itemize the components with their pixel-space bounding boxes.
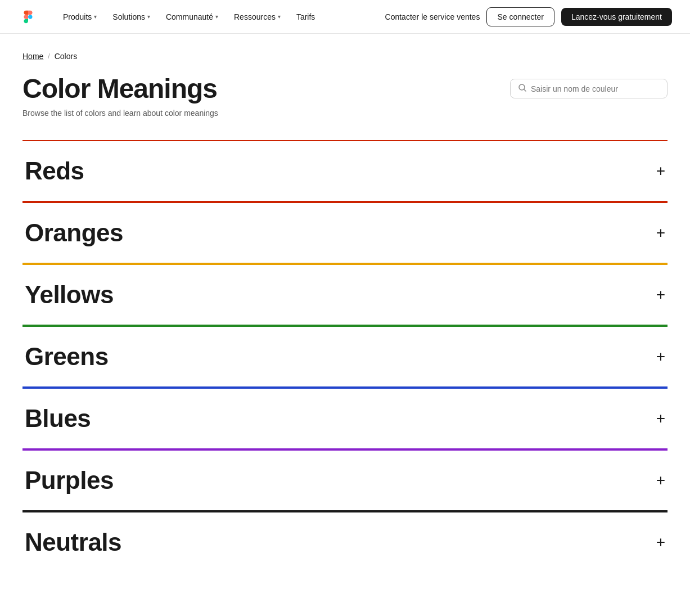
search-input[interactable] <box>531 84 659 93</box>
login-button[interactable]: Se connecter <box>486 7 554 26</box>
search-icon <box>518 84 526 93</box>
color-section-neutrals: Neutrals+ <box>22 511 668 573</box>
breadcrumb-home[interactable]: Home <box>22 52 43 61</box>
color-section-label: Blues <box>25 404 91 433</box>
color-section-label: Purples <box>25 466 114 494</box>
color-section-label: Yellows <box>25 281 114 309</box>
page-title: Color Meanings <box>22 74 218 104</box>
navbar: Produits ▾ Solutions ▾ Communauté ▾ Ress… <box>0 0 690 34</box>
main-content: Home / Colors Color Meanings Browse the … <box>0 34 690 596</box>
chevron-down-icon: ▾ <box>147 14 150 20</box>
nav-communaute[interactable]: Communauté ▾ <box>159 8 225 26</box>
contact-link[interactable]: Contacter le service ventes <box>385 12 480 21</box>
color-section-blues: Blues+ <box>22 388 668 449</box>
color-section-oranges: Oranges+ <box>22 202 668 264</box>
page-header: Color Meanings Browse the list of colors… <box>22 74 668 118</box>
color-section-label: Oranges <box>25 219 123 247</box>
breadcrumb: Home / Colors <box>22 52 668 61</box>
color-section-bottom-border <box>22 572 668 573</box>
color-section-expand-icon[interactable]: + <box>656 163 665 179</box>
breadcrumb-current: Colors <box>55 52 77 61</box>
color-section-expand-icon[interactable]: + <box>656 225 665 241</box>
color-sections: Reds+Oranges+Yellows+Greens+Blues+Purple… <box>22 140 668 573</box>
chevron-down-icon: ▾ <box>94 14 97 20</box>
chevron-down-icon: ▾ <box>278 14 281 20</box>
page-header-left: Color Meanings Browse the list of colors… <box>22 74 218 118</box>
color-section-row[interactable]: Reds+ <box>22 141 668 201</box>
nav-produits[interactable]: Produits ▾ <box>56 8 103 26</box>
color-section-expand-icon[interactable]: + <box>656 411 665 426</box>
chevron-down-icon: ▾ <box>215 14 218 20</box>
search-container[interactable] <box>510 79 668 98</box>
color-section-reds: Reds+ <box>22 140 668 202</box>
svg-line-1 <box>524 89 526 91</box>
color-section-row[interactable]: Greens+ <box>22 327 668 386</box>
navbar-right: Contacter le service ventes Se connecter… <box>385 7 672 26</box>
color-section-yellows: Yellows+ <box>22 264 668 326</box>
color-section-expand-icon[interactable]: + <box>656 349 665 365</box>
color-section-row[interactable]: Blues+ <box>22 389 668 448</box>
color-section-expand-icon[interactable]: + <box>656 534 665 550</box>
navbar-links: Produits ▾ Solutions ▾ Communauté ▾ Ress… <box>56 8 385 26</box>
page-subtitle: Browse the list of colors and learn abou… <box>22 109 218 118</box>
nav-tarifs[interactable]: Tarifs <box>290 8 322 26</box>
color-section-expand-icon[interactable]: + <box>656 473 665 488</box>
color-section-label: Greens <box>25 343 109 371</box>
color-section-row[interactable]: Oranges+ <box>22 203 668 263</box>
signup-button[interactable]: Lancez-vous gratuitement <box>561 8 672 26</box>
nav-ressources[interactable]: Ressources ▾ <box>227 8 287 26</box>
color-section-row[interactable]: Neutrals+ <box>22 512 668 572</box>
color-section-row[interactable]: Purples+ <box>22 451 668 510</box>
color-section-label: Neutrals <box>25 528 121 556</box>
color-section-row[interactable]: Yellows+ <box>22 265 668 325</box>
color-section-expand-icon[interactable]: + <box>656 287 665 303</box>
color-section-label: Reds <box>25 157 84 185</box>
logo[interactable] <box>18 7 38 27</box>
color-section-purples: Purples+ <box>22 449 668 511</box>
breadcrumb-separator: / <box>48 52 49 60</box>
nav-solutions[interactable]: Solutions ▾ <box>106 8 157 26</box>
color-section-greens: Greens+ <box>22 326 668 388</box>
